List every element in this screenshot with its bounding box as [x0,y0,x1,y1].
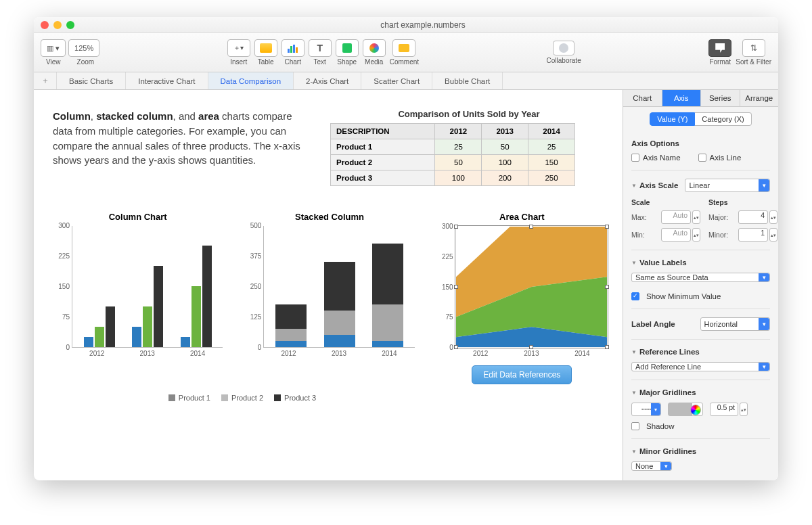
major-gridlines-disclosure[interactable]: Major Gridlines [631,388,770,396]
scale-min-input[interactable]: Auto [661,228,691,242]
area-chart[interactable]: Area Chart 300225150750 201220132014 Edi… [436,212,608,384]
comment-icon [399,44,409,52]
steps-minor-stepper[interactable]: ▴▾ [769,228,777,242]
data-table[interactable]: DESCRIPTION201220132014Product 1255025Pr… [330,123,575,186]
value-labels-disclosure[interactable]: Value Labels [631,258,770,267]
collaborate-icon [559,43,568,53]
axis-name-checkbox[interactable] [631,154,639,162]
label-angle-select[interactable]: Horizontal [700,317,771,331]
edit-data-references-button[interactable]: Edit Data References [472,365,572,384]
insert-label: Insert [230,58,247,66]
steps-major-stepper[interactable]: ▴▾ [769,210,777,224]
chart-legend: Product 1Product 2Product 3 [53,394,432,402]
add-sheet-button[interactable]: ＋ [34,72,57,89]
sort-icon: ⇅ [750,43,757,53]
axis-name-label: Axis Name [643,154,681,162]
shape-button[interactable] [336,39,359,57]
chart-title: Column Chart [53,212,223,222]
sort-label: Sort & Filter [736,58,771,66]
sheet-tab[interactable]: Interactive Chart [126,72,208,89]
window: chart example.numbers ▥ ▾ 125% ViewZoom … [34,17,778,480]
steps-major-input[interactable]: 4 [738,210,768,224]
canvas[interactable]: Column, stacked column, and area charts … [34,90,623,480]
gridline-width-stepper[interactable]: ▴▾ [740,403,748,416]
axis-line-label: Axis Line [710,154,742,162]
text-label: Text [314,58,326,66]
show-min-label: Show Minimum Value [646,292,721,300]
reference-lines-disclosure[interactable]: Reference Lines [631,348,770,356]
scale-max-stepper[interactable]: ▴▾ [692,210,700,224]
inspector: ChartAxisSeriesArrange Value (Y)Category… [623,90,778,480]
gridline-width-input[interactable]: 0.5 pt [710,403,738,416]
minimize-icon[interactable] [53,21,62,29]
inspector-tab[interactable]: Series [701,90,740,107]
steps-header: Steps [708,198,777,206]
area-chart-selected[interactable]: 300225150750 [455,226,608,348]
chart-icon [288,43,298,53]
view-button[interactable]: ▥ ▾ [41,39,66,57]
sheet-tab[interactable]: Scatter Chart [361,72,432,89]
format-icon [715,43,725,53]
sheet-tabs: ＋ Basic ChartsInteractive ChartData Comp… [34,72,778,90]
chart-title: Stacked Column [244,212,414,222]
close-icon[interactable] [41,21,49,29]
column-chart[interactable]: Column Chart 300225150750 201220132014 [53,212,223,384]
axis-scale-select[interactable]: Linear [685,179,770,192]
value-labels-select[interactable]: Same as Source Data [631,273,770,282]
inspector-tab[interactable]: Axis [662,90,702,107]
sort-filter-button[interactable]: ⇅ [742,39,765,57]
scale-header: Scale [631,198,700,206]
axis-options-label: Axis Options [631,139,770,147]
axis-subtab[interactable]: Value (Y) [650,112,695,126]
view-label: View [46,58,61,66]
minor-gridlines-disclosure[interactable]: Minor Gridlines [631,447,770,455]
shape-icon [342,43,352,53]
add-reference-line-select[interactable]: Add Reference Line [631,362,770,371]
collaborate-button[interactable] [553,41,574,55]
text-icon: T [317,43,323,53]
scale-min-stepper[interactable]: ▴▾ [692,228,700,242]
table-button[interactable] [254,39,277,57]
intro-text: Column, stacked column, and area charts … [53,109,310,186]
chart-title: Area Chart [436,212,608,222]
shadow-label: Shadow [646,422,675,430]
window-title: chart example.numbers [74,20,771,30]
sheet-tab[interactable]: 2-Axis Chart [294,72,361,89]
chart-button[interactable] [281,39,304,57]
axis-line-checkbox[interactable] [698,154,706,162]
shadow-checkbox[interactable] [631,422,639,430]
inspector-tab[interactable]: Chart [623,90,662,107]
toolbar: ▥ ▾ 125% ViewZoom ＋▾Insert Table Chart T… [34,33,778,72]
media-button[interactable] [363,39,386,57]
chart-label: Chart [284,58,300,66]
format-label: Format [709,58,731,66]
shape-label: Shape [337,58,357,66]
table-label: Table [258,58,274,66]
table-icon [260,43,272,53]
stacked-column-chart[interactable]: Stacked Column 5003752501250 20122013201… [244,212,414,384]
comment-button[interactable] [392,39,415,57]
text-button[interactable]: T [309,39,332,57]
sheet-tab[interactable]: Data Comparison [208,72,294,89]
steps-minor-input[interactable]: 1 [738,228,768,242]
zoom-button[interactable]: 125% [68,39,99,57]
sheet-tab[interactable]: Bubble Chart [432,72,503,89]
insert-button[interactable]: ＋▾ [227,39,250,57]
axis-scale-disclosure[interactable]: Axis Scale [631,181,678,189]
gridline-style-select[interactable]: ┄┄ [631,403,661,416]
format-button[interactable] [708,39,731,57]
show-min-checkbox[interactable] [631,292,639,300]
minor-gridlines-select[interactable]: None [631,461,672,471]
inspector-tab[interactable]: Arrange [740,90,779,107]
comment-label: Comment [390,58,419,66]
axis-subtab[interactable]: Category (X) [695,112,751,126]
sheet-tab[interactable]: Basic Charts [57,72,126,89]
scale-max-input[interactable]: Auto [661,210,691,224]
gridline-color-well[interactable] [668,403,703,416]
zoom-label: Zoom [77,58,95,66]
media-icon [369,43,379,53]
table-title: Comparison of Units Sold by Year [330,109,608,119]
fullscreen-icon[interactable] [66,21,74,29]
titlebar: chart example.numbers [34,17,778,33]
collaborate-label: Collaborate [547,57,581,64]
